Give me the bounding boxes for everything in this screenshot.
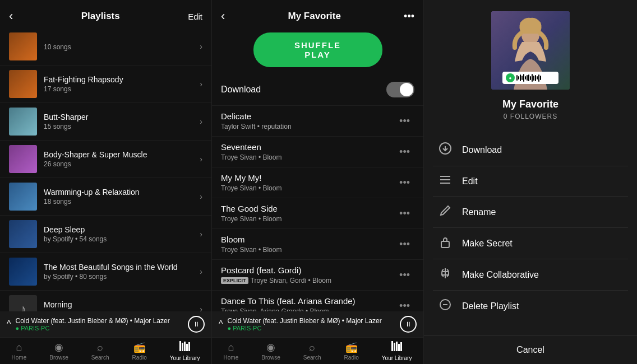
song-more-button[interactable]: •••: [395, 144, 414, 160]
song-subtitle: Troye Sivan • Bloom: [221, 215, 395, 223]
expand-icon: ^: [219, 319, 223, 329]
cancel-section: Cancel: [424, 335, 637, 364]
middle-panel: ‹ My Favorite ••• SHUFFLE PLAY Download …: [212, 0, 424, 364]
playlist-name: Butt-Sharper: [44, 113, 200, 122]
pause-button-middle[interactable]: ⏸: [400, 316, 417, 333]
make-secret-label: Make Secret: [462, 239, 513, 249]
player-track-name: Cold Water (feat. Justin Bieber & MØ) • …: [16, 317, 170, 325]
playlist-meta: 15 songs: [44, 123, 200, 130]
more-options-button[interactable]: •••: [404, 11, 414, 22]
library-icon: [179, 341, 191, 354]
playlist-name: Deep Sleep: [44, 225, 200, 234]
song-more-button[interactable]: •••: [395, 267, 414, 283]
songs-list: Delicate Taylor Swift • reputation ••• S…: [212, 106, 423, 311]
download-action-label: Download: [462, 145, 502, 155]
back-button[interactable]: ‹: [9, 9, 13, 24]
list-item[interactable]: 10 songs ›: [0, 28, 211, 66]
nav-home-mid[interactable]: ⌂ Home: [224, 342, 239, 361]
chevron-right-icon: ›: [200, 42, 202, 51]
download-toggle[interactable]: [386, 82, 414, 97]
song-title: Delicate: [221, 111, 395, 121]
svg-rect-6: [186, 344, 188, 351]
action-rename[interactable]: Rename: [433, 197, 628, 228]
nav-library-label: Your Library: [170, 355, 200, 361]
svg-rect-20: [441, 241, 449, 248]
list-item[interactable]: Warmming-up & Relaxation 18 songs ›: [0, 178, 211, 216]
nav-library-mid[interactable]: Your Library: [382, 341, 412, 361]
playlist-thumb: ♪: [9, 295, 37, 311]
nav-radio-mid[interactable]: 📻 Radio: [344, 341, 359, 361]
playlist-thumb: [9, 32, 37, 60]
song-subtitle: Taylor Swift • reputation: [221, 123, 395, 130]
nav-search[interactable]: ⌕ Search: [91, 342, 109, 361]
song-item[interactable]: Delicate Taylor Swift • reputation •••: [212, 106, 423, 137]
song-item[interactable]: Dance To This (feat. Ariana Grande) Troy…: [212, 291, 423, 311]
nav-library[interactable]: Your Library: [170, 341, 200, 361]
svg-rect-7: [188, 342, 190, 351]
song-more-button[interactable]: •••: [395, 298, 414, 312]
search-icon: ⌕: [97, 342, 103, 353]
rename-action-label: Rename: [462, 207, 496, 217]
song-item[interactable]: Postcard (feat. Gordi) EXPLICIT Troye Si…: [212, 260, 423, 291]
nav-home-label: Home: [224, 354, 239, 361]
song-item[interactable]: Seventeen Troye Sivan • Bloom •••: [212, 137, 423, 167]
song-item[interactable]: Bloom Troye Sivan • Bloom •••: [212, 229, 423, 260]
list-item[interactable]: Deep Sleep by Spotify • 54 songs ›: [0, 216, 211, 253]
nav-browse[interactable]: ◉ Browse: [49, 341, 68, 361]
chevron-right-icon: ›: [200, 305, 202, 311]
playlist-name: Body-Shaper & Super Muscle: [44, 150, 200, 159]
player-track-name: Cold Water (feat. Justin Bieber & MØ) • …: [228, 317, 382, 325]
cancel-button[interactable]: Cancel: [516, 345, 544, 355]
action-edit[interactable]: Edit: [433, 166, 628, 197]
nav-bar-left: ⌂ Home ◉ Browse ⌕ Search 📻 Radio Your Li…: [0, 337, 211, 364]
playlist-name: The Most Beautiful Songs in the World: [44, 263, 200, 272]
nav-bar-middle: ⌂ Home ◉ Browse ⌕ Search 📻 Radio Your Li…: [212, 337, 423, 364]
list-item[interactable]: The Most Beautiful Songs in the World by…: [0, 253, 211, 291]
radio-icon: 📻: [345, 341, 358, 353]
shuffle-btn-container: SHUFFLE PLAY: [212, 28, 423, 74]
song-more-button[interactable]: •••: [395, 175, 414, 191]
svg-rect-10: [396, 342, 398, 351]
action-download[interactable]: Download: [433, 134, 628, 166]
song-item[interactable]: My My My! Troye Sivan • Bloom •••: [212, 167, 423, 198]
library-icon: [391, 341, 403, 354]
list-item[interactable]: Butt-Sharper 15 songs ›: [0, 103, 211, 141]
song-subtitle: EXPLICIT Troye Sivan, Gordi • Bloom: [221, 277, 395, 284]
delete-playlist-label: Delete Playlist: [462, 301, 519, 311]
spotify-code-bar: ●: [502, 72, 558, 84]
list-item[interactable]: ♪ Morning 0 songs ›: [0, 291, 211, 311]
song-more-button[interactable]: •••: [395, 206, 414, 222]
nav-search-mid[interactable]: ⌕ Search: [303, 342, 321, 361]
pause-button[interactable]: ⏸: [188, 316, 205, 333]
nav-browse-mid[interactable]: ◉ Browse: [261, 341, 280, 361]
action-make-collaborative[interactable]: Make Collaborative: [433, 259, 628, 291]
home-icon: ⌂: [228, 342, 234, 353]
list-item[interactable]: Body-Shaper & Super Muscle 26 songs ›: [0, 141, 211, 178]
song-subtitle: Troye Sivan • Bloom: [221, 246, 395, 254]
playlist-meta: 17 songs: [44, 85, 200, 93]
action-make-secret[interactable]: Make Secret: [433, 228, 628, 259]
explicit-badge: EXPLICIT: [221, 277, 248, 284]
player-device: ● PARIS-PC: [228, 325, 382, 332]
song-title: Seventeen: [221, 142, 395, 152]
song-more-button[interactable]: •••: [395, 236, 414, 253]
playlist-thumb: [9, 145, 37, 173]
shuffle-play-button[interactable]: SHUFFLE PLAY: [253, 32, 382, 67]
playlist-meta: by Spotify • 54 songs: [44, 235, 200, 243]
make-collaborative-label: Make Collaborative: [462, 270, 539, 280]
playlist-meta: by Spotify • 80 songs: [44, 273, 200, 281]
back-button-middle[interactable]: ‹: [221, 9, 225, 24]
nav-radio[interactable]: 📻 Radio: [132, 341, 147, 361]
player-bar-left: ^ Cold Water (feat. Justin Bieber & MØ) …: [0, 311, 211, 364]
chevron-right-icon: ›: [200, 155, 202, 164]
list-item[interactable]: Fat-Fighting Rhapsody 17 songs ›: [0, 66, 211, 103]
song-more-button[interactable]: •••: [395, 113, 414, 129]
song-item[interactable]: The Good Side Troye Sivan • Bloom •••: [212, 198, 423, 229]
song-subtitle: Troye Sivan, Ariana Grande • Bloom: [221, 307, 395, 311]
search-icon: ⌕: [309, 342, 315, 353]
action-delete-playlist[interactable]: Delete Playlist: [433, 291, 628, 321]
edit-button-left[interactable]: Edit: [188, 12, 202, 21]
album-art: ●: [491, 11, 570, 90]
nav-home[interactable]: ⌂ Home: [12, 342, 27, 361]
music-icon: ♪: [20, 302, 26, 311]
